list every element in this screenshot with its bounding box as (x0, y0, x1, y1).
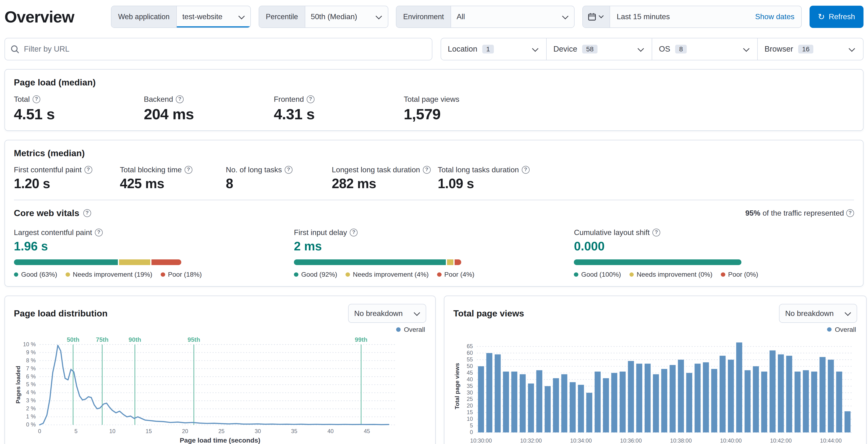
svg-text:3 %: 3 % (26, 397, 36, 404)
help-icon[interactable]: ? (185, 166, 192, 174)
vital-legend: Good (63%) Needs improvement (19%) Poor … (14, 270, 294, 278)
help-icon[interactable]: ? (350, 229, 358, 236)
help-icon[interactable]: ? (522, 166, 530, 174)
svg-text:10:30:00: 10:30:00 (470, 438, 492, 444)
stat-value: 204 ms (144, 105, 274, 123)
url-filter-input[interactable] (24, 45, 426, 54)
svg-text:10:34:00: 10:34:00 (570, 438, 592, 444)
svg-text:1 %: 1 % (26, 413, 36, 420)
stat-value: 1.09 s (438, 176, 544, 191)
show-dates-link[interactable]: Show dates (748, 6, 801, 27)
percentile-control: Percentile 50th (Median) (259, 6, 388, 28)
percentile-select[interactable]: 50th (Median) (305, 6, 388, 27)
svg-text:60: 60 (467, 350, 473, 356)
page-load-title: Page load (median) (14, 78, 854, 88)
stat-total-long-tasks: Total long tasks duration? 1.09 s (438, 166, 544, 191)
good-segment (14, 259, 118, 265)
breakdown-select[interactable]: No breakdown (779, 304, 857, 323)
vital-label: Largest contentful paint (14, 228, 92, 237)
calendar-menu-button[interactable] (583, 6, 610, 27)
filter-label: OS (659, 45, 671, 54)
svg-text:50: 50 (467, 363, 473, 369)
metrics-panel: Metrics (median) First contentful paint?… (4, 140, 864, 287)
vital-value: 0.000 (574, 239, 854, 253)
needs-improvement-segment (447, 259, 454, 265)
help-icon[interactable]: ? (85, 166, 92, 174)
page-title: Overview (4, 7, 74, 26)
filter-browser[interactable]: Browser 16 (757, 38, 863, 60)
refresh-button[interactable]: ↻ Refresh (810, 6, 864, 28)
vital-largest-contentful-paint: Largest contentful paint? 1.96 s Good (6… (14, 228, 294, 278)
help-icon[interactable]: ? (95, 229, 103, 236)
svg-text:90th: 90th (128, 336, 141, 343)
vital-value: 1.96 s (14, 239, 294, 253)
filter-device[interactable]: Device 58 (546, 38, 652, 60)
vital-distribution-bar (14, 259, 181, 265)
stat-value: 1,579 (404, 105, 534, 123)
help-icon[interactable]: ? (846, 209, 854, 217)
divider (14, 200, 854, 200)
help-icon[interactable]: ? (33, 95, 40, 103)
stat-value: 425 ms (120, 176, 226, 191)
svg-text:10:40:00: 10:40:00 (720, 438, 742, 444)
good-segment (294, 259, 446, 265)
environment-select[interactable]: All (451, 6, 574, 27)
chart-legend[interactable]: Overall (454, 324, 856, 334)
time-range-button[interactable]: Last 15 minutes (610, 6, 748, 27)
stat-label: Total long tasks duration (438, 166, 519, 174)
svg-text:4 %: 4 % (26, 389, 36, 395)
page-load-distribution-chart[interactable]: 0 %1 %2 %3 %4 %5 %6 %7 %8 %9 %10 %051015… (14, 335, 426, 436)
chart-legend[interactable]: Overall (14, 324, 425, 334)
svg-text:45: 45 (364, 428, 370, 434)
vital-legend: Good (92%) Needs improvement (4%) Poor (… (294, 270, 574, 278)
svg-text:35: 35 (291, 428, 297, 434)
stat-total-blocking-time: Total blocking time? 425 ms (120, 166, 226, 191)
help-icon[interactable]: ? (423, 166, 431, 174)
stat-long-tasks-count: No. of long tasks? 8 (226, 166, 332, 191)
vital-legend: Good (100%) Needs improvement (0%) Poor … (574, 270, 854, 278)
svg-text:6 %: 6 % (26, 373, 36, 379)
needs-improvement-segment (119, 259, 151, 265)
help-icon[interactable]: ? (83, 209, 91, 217)
facet-filters: Location 1 Device 58 OS 8 Browser 16 (441, 38, 864, 60)
filter-os[interactable]: OS 8 (652, 38, 757, 60)
svg-text:65: 65 (467, 343, 473, 349)
filter-location[interactable]: Location 1 (441, 38, 546, 60)
svg-text:10:44:00: 10:44:00 (820, 438, 842, 444)
help-icon[interactable]: ? (176, 95, 184, 103)
page-load-distribution-title: Page load distribution (14, 308, 108, 319)
web-application-select[interactable]: test-website (177, 6, 250, 27)
good-dot (574, 272, 578, 277)
svg-text:30: 30 (467, 390, 473, 396)
help-icon[interactable]: ? (285, 166, 292, 174)
svg-text:Pages loaded: Pages loaded (15, 366, 21, 404)
filter-row: Location 1 Device 58 OS 8 Browser 16 (0, 30, 868, 60)
time-range-value: Last 15 minutes (617, 12, 670, 21)
filter-label: Device (553, 45, 577, 54)
stat-longest-long-task: Longest long task duration? 282 ms (332, 166, 438, 191)
total-page-views-chart[interactable]: 0510152025303540455055606510:30:0010:32:… (454, 335, 857, 444)
vital-first-input-delay: First input delay? 2 ms Good (92%) Needs… (294, 228, 574, 278)
svg-text:Total page views: Total page views (454, 363, 460, 410)
help-icon[interactable]: ? (652, 229, 660, 236)
legend-overall: Overall (404, 326, 425, 333)
poor-dot (161, 272, 165, 277)
svg-text:30: 30 (255, 428, 261, 434)
stat-label: No. of long tasks (226, 166, 282, 174)
svg-text:5: 5 (74, 428, 78, 434)
breakdown-select[interactable]: No breakdown (348, 304, 426, 323)
needs-improvement-dot (345, 272, 350, 277)
legend-needs-improvement: Needs improvement (4%) (345, 270, 429, 278)
vital-value: 2 ms (294, 239, 574, 253)
page-load-panel: Page load (median) Total? 4.51 s Backend… (4, 69, 864, 131)
metrics-title: Metrics (median) (14, 148, 854, 158)
help-icon[interactable]: ? (307, 95, 314, 103)
svg-text:50th: 50th (67, 336, 79, 343)
legend-needs-improvement: Needs improvement (0%) (629, 270, 713, 278)
poor-dot (437, 272, 441, 277)
vital-label: First input delay (294, 228, 347, 237)
calendar-icon (588, 12, 596, 21)
vital-cumulative-layout-shift: Cumulative layout shift? 0.000 Good (100… (574, 228, 854, 278)
web-application-control: Web application test-website (111, 6, 251, 28)
stat-value: 8 (226, 176, 332, 191)
